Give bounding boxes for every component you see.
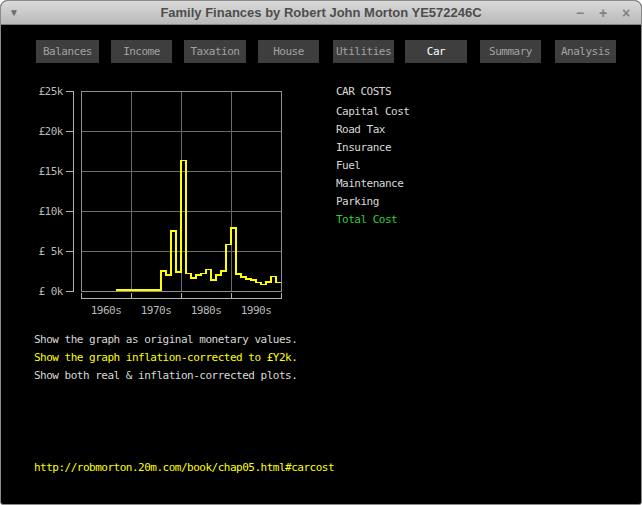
toolbar-button-balances[interactable]: Balances: [36, 40, 99, 63]
toolbar-button-income[interactable]: Income: [111, 40, 172, 63]
menu-item-capital-cost[interactable]: Capital Cost: [336, 105, 409, 118]
x-axis-tick: [231, 293, 232, 298]
x-axis-tick: [281, 293, 282, 298]
menu-item-maintenance[interactable]: Maintenance: [336, 177, 403, 190]
titlebar: ▼ Family Finances by Robert John Morton …: [1, 1, 641, 25]
toolbar-button-summary[interactable]: Summary: [480, 40, 541, 63]
y-axis-label: £10k: [17, 205, 63, 218]
source-url-link[interactable]: http://robmorton.20m.com/book/chap05.htm…: [34, 461, 334, 474]
toolbar-button-car[interactable]: Car: [405, 40, 467, 63]
y-axis-label: £ 5k: [17, 245, 63, 258]
x-axis-label: 1970s: [131, 304, 181, 317]
window-title: Family Finances by Robert John Morton YE…: [1, 5, 641, 20]
menu-item-fuel[interactable]: Fuel: [336, 159, 361, 172]
y-axis-tick: [66, 291, 73, 292]
app-window: ▼ Family Finances by Robert John Morton …: [0, 0, 642, 505]
toolbar-button-analysis[interactable]: Analysis: [555, 40, 616, 63]
option-line-2[interactable]: Show the graph inflation-corrected to £Y…: [34, 351, 297, 364]
y-axis-tick: [66, 91, 73, 92]
menu-item-road-tax[interactable]: Road Tax: [336, 123, 385, 136]
x-axis-tick: [131, 293, 132, 298]
menu-item-insurance[interactable]: Insurance: [336, 141, 391, 154]
y-axis-tick: [66, 211, 73, 212]
x-axis-line: [81, 298, 282, 299]
minimize-icon[interactable]: −: [573, 5, 587, 21]
toolbar-button-house[interactable]: House: [258, 40, 319, 63]
y-axis-line: [73, 91, 74, 292]
x-axis-tick: [81, 293, 82, 298]
close-icon[interactable]: ×: [619, 5, 633, 21]
toolbar-button-utilities[interactable]: Utilities: [333, 40, 394, 63]
option-line-3[interactable]: Show both real & inflation-corrected plo…: [34, 369, 297, 382]
y-axis-tick: [66, 171, 73, 172]
toolbar-button-taxation[interactable]: Taxation: [184, 40, 246, 63]
total-cost-step-line: [81, 91, 282, 292]
option-line-1[interactable]: Show the graph as original monetary valu…: [34, 333, 297, 346]
x-axis-label: 1990s: [231, 304, 281, 317]
y-axis-label: £ 0k: [17, 285, 63, 298]
menu-header: CAR COSTS: [336, 85, 391, 98]
y-axis-tick: [66, 251, 73, 252]
maximize-icon[interactable]: +: [596, 5, 610, 21]
window-controls: − + ×: [573, 1, 633, 25]
y-axis-label: £15k: [17, 165, 63, 178]
x-axis-label: 1980s: [181, 304, 231, 317]
menu-item-parking[interactable]: Parking: [336, 195, 379, 208]
x-axis-label: 1960s: [81, 304, 131, 317]
x-axis-tick: [181, 293, 182, 298]
y-axis-label: £25k: [17, 85, 63, 98]
y-axis-tick: [66, 131, 73, 132]
y-axis-label: £20k: [17, 125, 63, 138]
menu-item-total-cost[interactable]: Total Cost: [336, 213, 397, 226]
